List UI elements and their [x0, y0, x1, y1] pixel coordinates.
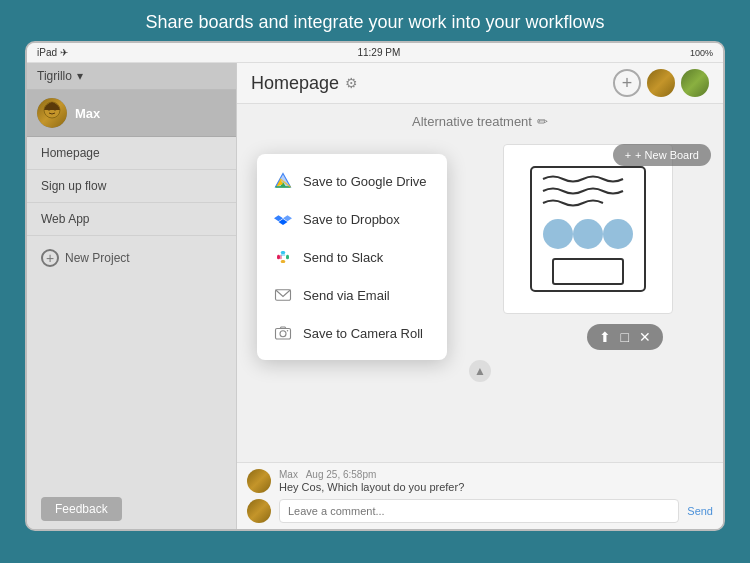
avatar-image	[37, 98, 67, 128]
battery-label: 100%	[690, 48, 713, 58]
svg-rect-7	[553, 259, 623, 284]
menu-item-slack[interactable]: Send to Slack	[257, 238, 447, 276]
feedback-section: Feedback	[27, 489, 236, 529]
user-row: Max	[27, 90, 236, 137]
svg-rect-17	[286, 255, 289, 260]
svg-point-6	[603, 219, 633, 249]
comment-row: Max Aug 25, 6:58pm Hey Cos, Which layout…	[247, 469, 713, 493]
svg-marker-12	[274, 212, 283, 221]
avatar	[37, 98, 67, 128]
comment-author: Max Aug 25, 6:58pm	[279, 469, 713, 480]
new-project[interactable]: + New Project	[27, 240, 236, 276]
menu-item-google-drive[interactable]: Save to Google Drive	[257, 162, 447, 200]
avatar-user1	[647, 69, 675, 97]
sidebar: Tigrillo ▾	[27, 63, 237, 529]
monitor-icon[interactable]: □	[621, 329, 629, 345]
share-icon[interactable]: ⬆	[599, 329, 611, 345]
comment-text-area: Max Aug 25, 6:58pm Hey Cos, Which layout…	[279, 469, 713, 493]
main-title: Homepage ⚙	[251, 73, 358, 94]
dropbox-icon	[273, 209, 293, 229]
slack-label: Send to Slack	[303, 250, 383, 265]
google-drive-label: Save to Google Drive	[303, 174, 427, 189]
status-bar: iPad ✈ 11:29 PM 100%	[27, 43, 723, 63]
dropbox-label: Save to Dropbox	[303, 212, 400, 227]
new-board-button[interactable]: + + New Board	[613, 144, 711, 166]
page-title: Homepage	[251, 73, 339, 94]
camera-icon	[273, 323, 293, 343]
email-label: Send via Email	[303, 288, 390, 303]
menu-item-dropbox[interactable]: Save to Dropbox	[257, 200, 447, 238]
comment-input-row: Send	[247, 499, 713, 523]
device-label: iPad ✈	[37, 47, 68, 58]
new-board-plus-icon: +	[625, 149, 631, 161]
card-toolbar: ⬆ □ ✕	[587, 324, 663, 350]
board-label-text: Alternative treatment	[412, 114, 532, 129]
sidebar-item-webapp[interactable]: Web App	[27, 203, 236, 236]
main-header: Homepage ⚙ +	[237, 63, 723, 104]
menu-item-camera-roll[interactable]: Save to Camera Roll	[257, 314, 447, 352]
comment-avatar	[247, 469, 271, 493]
gear-icon[interactable]: ⚙	[345, 75, 358, 91]
workspace-name: Tigrillo	[37, 69, 72, 83]
close-icon[interactable]: ✕	[639, 329, 651, 345]
comment-input[interactable]	[279, 499, 679, 523]
send-button[interactable]: Send	[687, 505, 713, 517]
context-menu: Save to Google Drive Save to Dropbox	[257, 154, 447, 360]
menu-item-email[interactable]: Send via Email	[257, 276, 447, 314]
comment-author-name: Max	[279, 469, 298, 480]
main-content: Homepage ⚙ + Alternative treatment ✏	[237, 63, 723, 529]
camera-roll-label: Save to Camera Roll	[303, 326, 423, 341]
status-left: iPad ✈	[37, 47, 68, 58]
new-board-label: + New Board	[635, 149, 699, 161]
svg-rect-20	[281, 254, 286, 256]
svg-point-4	[543, 219, 573, 249]
status-right: 100%	[690, 48, 713, 58]
google-drive-icon	[273, 171, 293, 191]
scroll-up-button[interactable]: ▲	[469, 360, 491, 382]
feedback-button[interactable]: Feedback	[41, 497, 122, 521]
board-label: Alternative treatment ✏	[247, 114, 713, 129]
user-name: Max	[75, 106, 100, 121]
svg-point-24	[287, 330, 289, 332]
svg-point-5	[573, 219, 603, 249]
add-board-button[interactable]: +	[613, 69, 641, 97]
svg-rect-15	[277, 255, 280, 260]
comment-time: Aug 25, 6:58pm	[306, 469, 377, 480]
plus-circle-icon: +	[41, 249, 59, 267]
status-time: 11:29 PM	[357, 47, 400, 58]
header-actions: +	[613, 69, 709, 97]
sidebar-item-signup[interactable]: Sign up flow	[27, 170, 236, 203]
user-avatar-svg	[37, 98, 67, 128]
board-area: Alternative treatment ✏	[237, 104, 723, 462]
comment-text: Hey Cos, Which layout do you prefer?	[279, 481, 713, 493]
svg-marker-13	[283, 212, 292, 221]
edit-icon[interactable]: ✏	[537, 114, 548, 129]
sketch-card[interactable]	[503, 144, 673, 314]
comment-input-avatar	[247, 499, 271, 523]
svg-rect-18	[281, 260, 286, 263]
sketch-svg	[523, 159, 653, 299]
sidebar-item-homepage[interactable]: Homepage	[27, 137, 236, 170]
slack-icon	[273, 247, 293, 267]
new-project-label: New Project	[65, 251, 130, 265]
comment-area: Max Aug 25, 6:58pm Hey Cos, Which layout…	[237, 462, 723, 529]
ipad-content: Tigrillo ▾	[27, 63, 723, 529]
chevron-down-icon: ▾	[77, 69, 83, 83]
workspace-header[interactable]: Tigrillo ▾	[27, 63, 236, 90]
svg-point-23	[280, 331, 286, 337]
svg-rect-16	[281, 251, 286, 254]
avatar-user2	[681, 69, 709, 97]
svg-rect-22	[276, 329, 291, 340]
ipad-frame: iPad ✈ 11:29 PM 100% Tigrillo ▾	[25, 41, 725, 531]
headline: Share boards and integrate your work int…	[0, 0, 750, 41]
email-icon	[273, 285, 293, 305]
